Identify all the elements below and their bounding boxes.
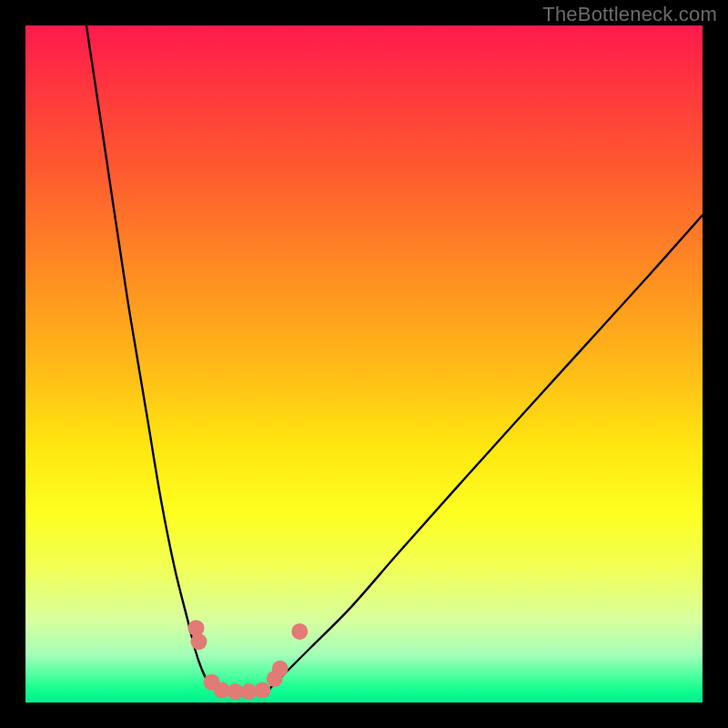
marker-dot [254,682,270,699]
marker-dot [190,633,207,650]
watermark-text: TheBottleneck.com [542,3,717,26]
plot-area [25,25,703,703]
marker-dot [291,623,308,640]
marker-dot [187,620,204,636]
curve-svg [25,25,703,703]
chart-frame: TheBottleneck.com [0,0,728,728]
marker-group [187,620,308,700]
marker-dot [272,661,288,677]
bottleneck-curve [86,25,703,693]
